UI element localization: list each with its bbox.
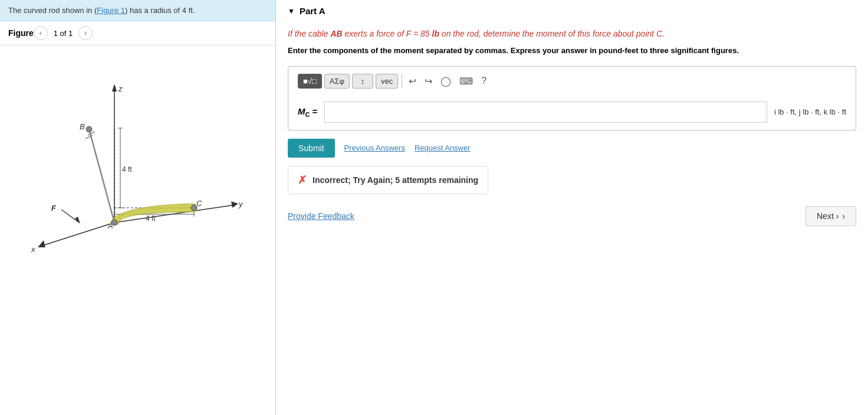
next-label: Next › [817,211,839,221]
toolbar-vec-btn[interactable]: vec [376,74,398,89]
answer-input[interactable] [324,102,767,123]
figure-next-button[interactable]: › [78,26,93,40]
answer-box: ■√□ ΑΣφ ↕ vec ↩ ↪ ◯ ⌨ ? MC = i lb · ft, … [288,66,856,130]
toolbar-redo-btn[interactable]: ↪ [422,74,435,89]
provide-feedback-button[interactable]: Provide Feedback [288,211,354,221]
svg-text:z: z [118,84,123,93]
mc-label: MC = [298,106,317,118]
incorrect-icon: ✗ [298,174,307,187]
svg-point-29 [86,126,92,132]
instruction-text: Enter the components of the moment separ… [288,45,856,57]
input-row: MC = i lb · ft, j lb · ft, k lb · ft [298,102,846,123]
problem-text-2: exerts a force of [343,29,406,38]
svg-text:x: x [31,245,35,252]
submit-row: Submit Previous Answers Request Answer [288,139,856,158]
svg-text:C: C [196,199,202,208]
incorrect-box: ✗ Incorrect; Try Again; 5 attempts remai… [288,166,488,194]
figure-svg-wrapper: z x y A B [0,45,275,258]
desc-text-before: The curved rod shown in ( [8,6,97,15]
part-a-arrow: ▼ [288,7,295,15]
toolbar-alpha-btn[interactable]: ΑΣφ [324,74,350,89]
problem-text: If the cable AB exerts a force of F = 85… [288,28,856,40]
bottom-row: Provide Feedback Next › › [288,206,856,226]
figure-prev-button[interactable]: ‹ [34,26,48,40]
problem-f: F [406,29,411,38]
previous-answers-button[interactable]: Previous Answers [344,143,405,152]
problem-text-1: If the cable [288,29,330,38]
toolbar-separator [402,74,402,88]
figure-scroll-area[interactable]: z x y A B [0,45,275,415]
problem-ab: AB [330,29,342,38]
part-a-label: Part A [300,6,326,16]
figure-link[interactable]: Figure 1 [97,6,125,15]
toolbar-reset-btn[interactable]: ◯ [438,74,454,89]
svg-text:4 ft: 4 ft [122,165,132,174]
svg-text:B: B [80,122,85,131]
problem-c: C [656,29,662,38]
svg-rect-0 [23,51,253,252]
toolbar: ■√□ ΑΣφ ↕ vec ↩ ↪ ◯ ⌨ ? [298,74,846,94]
part-a-header[interactable]: ▼ Part A [288,0,856,22]
toolbar-help-btn[interactable]: ? [478,74,489,88]
svg-point-31 [111,220,117,226]
figure-svg: z x y A B [23,51,253,252]
problem-text-5: . [662,29,665,38]
next-button[interactable]: Next › › [805,206,856,226]
toolbar-matrix-btn[interactable]: ■√□ [298,74,322,89]
svg-point-30 [191,205,197,211]
figure-page-info: 1 of 1 [54,29,73,38]
incorrect-text: Incorrect; Try Again; 5 attempts remaini… [313,175,478,185]
left-panel: The curved rod shown in (Figure 1) has a… [0,0,276,415]
toolbar-undo-btn[interactable]: ↩ [406,74,419,89]
right-panel: ▼ Part A If the cable AB exerts a force … [276,0,868,415]
toolbar-keyboard-btn[interactable]: ⌨ [456,74,476,89]
figure-area: Figure ‹ 1 of 1 › z x [0,21,275,415]
toolbar-arrow-btn[interactable]: ↕ [352,74,373,89]
next-chevron: › [842,211,845,221]
request-answer-button[interactable]: Request Answer [415,143,471,152]
svg-text:4 ft: 4 ft [146,214,156,223]
submit-button[interactable]: Submit [288,139,335,158]
problem-text-3: = 85 lb on the rod, determine the moment… [411,29,656,38]
figure-description: The curved rod shown in (Figure 1) has a… [0,0,275,21]
svg-text:F: F [51,204,57,213]
desc-text-after: ) has a radius of 4 ft. [125,6,195,15]
figure-header: Figure ‹ 1 of 1 › [0,21,275,45]
answer-unit: i lb · ft, j lb · ft, k lb · ft [774,107,846,116]
figure-label: Figure [8,28,34,38]
